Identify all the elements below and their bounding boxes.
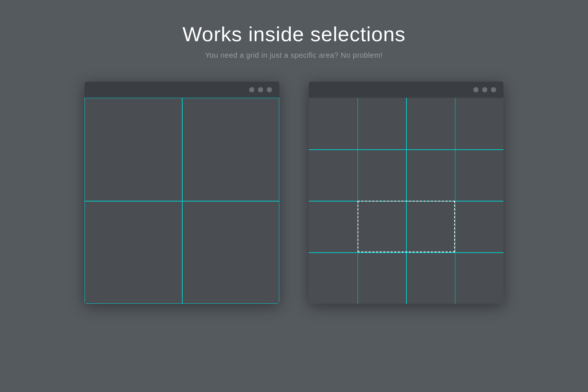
right-window-dot-2 (482, 87, 487, 92)
left-window-dot-2 (258, 87, 263, 92)
right-window-titlebar (309, 82, 503, 98)
right-grid-container (309, 98, 503, 304)
left-window-titlebar (85, 82, 279, 98)
right-window-dot-1 (473, 87, 478, 92)
right-window (309, 82, 503, 304)
left-window (85, 82, 279, 304)
right-window-dot-3 (491, 87, 496, 92)
windows-container (85, 82, 503, 304)
right-grid-h3 (309, 252, 503, 253)
header: Works inside selections You need a grid … (182, 22, 405, 60)
subtitle: You need a grid in just a specific area?… (182, 51, 405, 60)
left-window-dot-3 (267, 87, 272, 92)
right-grid-h1 (309, 149, 503, 150)
left-window-dot-1 (249, 87, 254, 92)
left-full-grid (85, 98, 279, 303)
right-window-body (309, 98, 503, 304)
main-title: Works inside selections (182, 22, 405, 46)
selection-rectangle (358, 201, 455, 252)
left-window-body (85, 98, 279, 304)
left-grid-horizontal (85, 201, 279, 202)
